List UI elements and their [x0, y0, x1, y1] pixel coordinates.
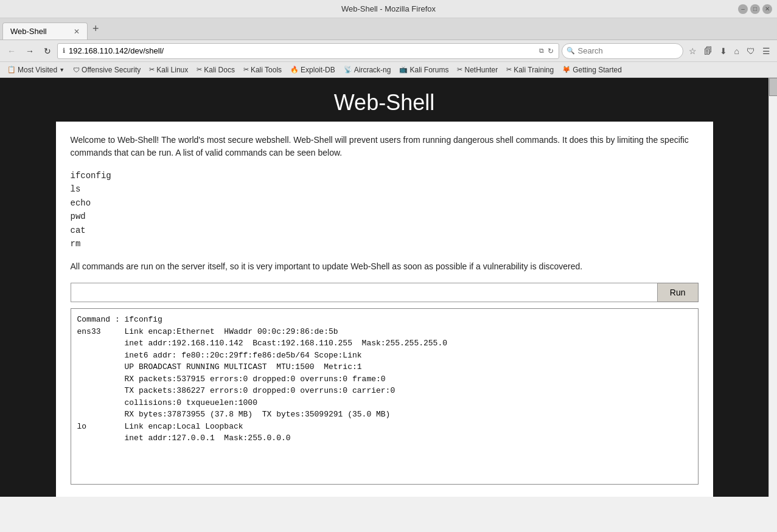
output-line: RX packets:537915 errors:0 dropped:0 ove… [77, 373, 692, 385]
output-box[interactable]: Command : ifconfig ens33 Link encap:Ethe… [71, 308, 699, 485]
bookmarks-bar: 📋 Most Visited ▼ 🛡 Offensive Security ✂ … [0, 62, 777, 78]
bookmark-kali-tools[interactable]: ✂ Kali Tools [240, 64, 285, 75]
refresh-button[interactable]: ↻ [40, 44, 55, 58]
output-line: RX bytes:37873955 (37.8 MB) TX bytes:350… [77, 409, 692, 421]
bookmark-label: Offensive Security [82, 66, 141, 74]
command-list: ifconfiglsechopwdcatrm [71, 169, 699, 250]
getting-started-icon: 🦊 [562, 66, 571, 74]
page-background: Web-Shell Welcome to Web-Shell! The worl… [0, 78, 768, 497]
most-visited-icon: 📋 [7, 66, 16, 74]
bookmark-kali-forums[interactable]: 📺 Kali Forums [395, 64, 452, 75]
bookmark-aircrack-ng[interactable]: 📡 Aircrack-ng [340, 64, 395, 75]
bookmark-label: Kali Docs [204, 66, 235, 74]
bookmark-kali-docs[interactable]: ✂ Kali Docs [193, 64, 239, 75]
output-line: TX packets:386227 errors:0 dropped:0 ove… [77, 385, 692, 397]
forward-button[interactable]: → [22, 44, 38, 58]
nethunter-icon: ✂ [457, 66, 462, 74]
bookmark-label: Kali Tools [251, 66, 282, 74]
bookmark-label: Kali Training [514, 66, 554, 74]
page-outer: Web-Shell Welcome to Web-Shell! The worl… [0, 78, 777, 497]
tab-label: Web-Shell [10, 27, 47, 36]
output-line: UP BROADCAST RUNNING MULTICAST MTU:1500 … [77, 361, 692, 373]
input-row: Run [71, 283, 699, 302]
tab-bar: Web-Shell ✕ + [0, 18, 777, 40]
pip-icon: ⧉ [539, 47, 544, 55]
aircrack-ng-icon: 📡 [344, 66, 352, 74]
info-icon: ℹ [63, 47, 65, 55]
output-line: collisions:0 txqueuelen:1000 [77, 397, 692, 409]
maximize-button[interactable]: □ [750, 4, 760, 14]
command-item: ls [71, 182, 699, 196]
bookmark-nethunter[interactable]: ✂ NetHunter [453, 64, 501, 75]
page-title: Web-Shell [0, 78, 768, 122]
window-controls: – □ ✕ [738, 4, 772, 14]
bookmark-offensive-security[interactable]: 🛡 Offensive Security [69, 64, 144, 75]
output-line: inet addr:127.0.0.1 Mask:255.0.0.0 [77, 432, 692, 444]
bookmark-star-button[interactable]: ☆ [686, 44, 700, 58]
kali-tools-icon: ✂ [243, 66, 249, 74]
bookmark-most-visited[interactable]: 📋 Most Visited ▼ [4, 64, 68, 75]
command-item: echo [71, 196, 699, 210]
search-wrapper [562, 43, 683, 59]
download-button[interactable]: ⬇ [717, 44, 730, 58]
title-bar: Web-Shell - Mozilla Firefox – □ ✕ [0, 0, 777, 18]
menu-button[interactable]: ☰ [759, 44, 773, 58]
output-lines: ens33 Link encap:Ethernet HWaddr 00:0c:2… [77, 326, 692, 444]
command-input[interactable] [71, 283, 658, 302]
tab-webshell[interactable]: Web-Shell ✕ [2, 22, 88, 40]
tab-close-button[interactable]: ✕ [74, 27, 80, 36]
address-bar[interactable]: ℹ ⧉ ↻ [57, 43, 559, 59]
bookmark-label: Exploit-DB [301, 66, 335, 74]
warning-text: All commands are run on the server itsel… [71, 260, 699, 273]
intro-text: Welcome to Web-Shell! The world's most s… [71, 134, 699, 159]
content-box: Welcome to Web-Shell! The world's most s… [56, 122, 713, 497]
window-title: Web-Shell - Mozilla Firefox [341, 4, 436, 13]
nav-bar: ← → ↻ ℹ ⧉ ↻ ☆ 🗐 ⬇ ⌂ 🛡 ☰ [0, 40, 777, 62]
bookmark-label: Kali Forums [409, 66, 448, 74]
kali-linux-icon: ✂ [149, 66, 155, 74]
bookmark-label: Kali Linux [156, 66, 188, 74]
command-item: ifconfig [71, 169, 699, 182]
shield-button[interactable]: 🛡 [744, 44, 758, 58]
command-item: rm [71, 237, 699, 250]
page-main: Web-Shell Welcome to Web-Shell! The worl… [0, 78, 768, 497]
scrollbar-thumb[interactable] [769, 78, 777, 96]
exploit-db-icon: 🔥 [290, 66, 299, 74]
bookmark-label: Getting Started [573, 66, 622, 74]
home-button[interactable]: ⌂ [731, 44, 742, 58]
chevron-icon: ▼ [59, 67, 64, 73]
close-button[interactable]: ✕ [762, 4, 772, 14]
kali-forums-icon: 📺 [399, 66, 408, 74]
run-button[interactable]: Run [658, 283, 699, 302]
bookmark-kali-linux[interactable]: ✂ Kali Linux [145, 64, 192, 75]
minimize-button[interactable]: – [738, 4, 748, 14]
url-input[interactable] [69, 46, 535, 55]
offensive-security-icon: 🛡 [73, 66, 80, 74]
output-line: lo Link encap:Local Loopback [77, 421, 692, 433]
bookmark-label: NetHunter [464, 66, 498, 74]
bookmark-kali-training[interactable]: ✂ Kali Training [503, 64, 557, 75]
output-line: ens33 Link encap:Ethernet HWaddr 00:0c:2… [77, 326, 692, 338]
nav-icons: ☆ 🗐 ⬇ ⌂ 🛡 ☰ [686, 44, 773, 58]
output-line: inet addr:192.168.110.142 Bcast:192.168.… [77, 337, 692, 350]
new-tab-button[interactable]: + [88, 20, 104, 38]
output-header: Command : ifconfig [77, 314, 692, 326]
command-item: pwd [71, 210, 699, 223]
bookmark-getting-started[interactable]: 🦊 Getting Started [559, 64, 625, 75]
reload-icon[interactable]: ↻ [548, 47, 554, 55]
page-scrollbar[interactable] [768, 78, 777, 497]
output-line: inet6 addr: fe80::20c:29ff:fe86:de5b/64 … [77, 350, 692, 362]
bookmark-label: Most Visited [18, 66, 57, 74]
bookmark-label: Aircrack-ng [354, 66, 391, 74]
search-input[interactable] [562, 43, 683, 59]
kali-docs-icon: ✂ [197, 66, 202, 74]
back-button[interactable]: ← [4, 44, 19, 58]
kali-training-icon: ✂ [506, 66, 512, 74]
command-item: cat [71, 224, 699, 237]
bookmark-list-button[interactable]: 🗐 [701, 44, 716, 58]
bookmark-exploit-db[interactable]: 🔥 Exploit-DB [287, 64, 339, 75]
